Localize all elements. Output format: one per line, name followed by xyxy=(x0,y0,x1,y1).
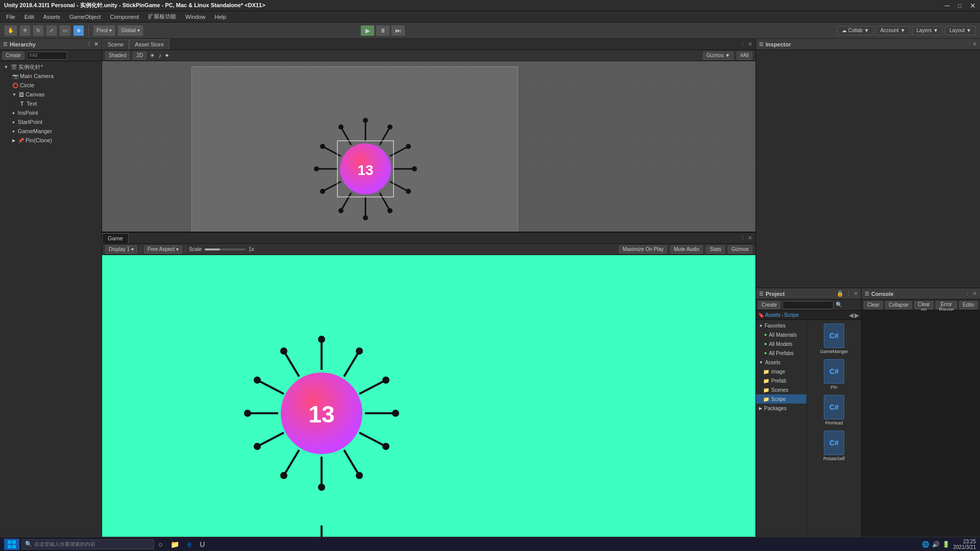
taskbar-unity-btn[interactable]: U xyxy=(195,539,209,550)
project-lock-icon[interactable]: 🔒 xyxy=(837,290,844,297)
breadcrumb-nav-forward[interactable]: ▶ xyxy=(854,312,859,319)
scene-audio-btn[interactable]: ♪ xyxy=(158,52,161,59)
game-content[interactable]: 13 xyxy=(102,255,755,537)
hierarchy-close-icon[interactable]: ✕ xyxy=(94,41,99,47)
hierarchy-main-camera[interactable]: 📷 Main Camera xyxy=(0,71,102,81)
menu-extra[interactable]: 扩展板功能 xyxy=(144,12,180,21)
breadcrumb-scripe[interactable]: Scripe xyxy=(784,312,798,318)
taskbar-search[interactable]: 🔍 在这里输入你要搜索的内容 xyxy=(21,539,154,549)
taskbar-edge-btn[interactable]: e xyxy=(183,539,195,550)
play-btn[interactable]: ▶ xyxy=(360,25,375,36)
menu-component[interactable]: Component xyxy=(106,13,143,21)
menu-file[interactable]: File xyxy=(2,13,19,21)
custom-tool-btn[interactable]: ⊕ xyxy=(73,25,84,36)
pivot-btn[interactable]: Pivot ▾ xyxy=(93,25,115,36)
game-gizmos-btn[interactable]: Gizmos xyxy=(728,245,752,254)
console-collapse-btn[interactable]: Collapse xyxy=(885,301,912,309)
tray-volume-icon[interactable]: 🔊 xyxy=(932,540,940,548)
project-close-icon[interactable]: ✕ xyxy=(853,290,858,297)
menu-gameobject[interactable]: GameObject xyxy=(65,13,105,21)
menu-edit[interactable]: Edit xyxy=(20,13,38,21)
console-clear-on-play-btn[interactable]: Clear on Play xyxy=(914,301,934,309)
shading-mode-btn[interactable]: Shaded xyxy=(105,52,130,60)
pin-asset-item[interactable]: Pin xyxy=(816,358,852,391)
scale-tool-btn[interactable]: ⤢ xyxy=(46,25,57,36)
game-tab[interactable]: Game xyxy=(102,233,129,243)
space-btn[interactable]: Global ▾ xyxy=(117,25,143,36)
inspector-settings-icon[interactable]: ⋮ xyxy=(967,41,972,47)
console-editor-btn[interactable]: Edito xyxy=(959,301,978,309)
hierarchy-scene-root[interactable]: ▼ 🎬 实例化针* xyxy=(0,62,102,71)
project-search[interactable] xyxy=(782,301,834,309)
2d-mode-btn[interactable]: 2D xyxy=(133,52,146,60)
start-btn[interactable] xyxy=(4,539,19,550)
maximize-btn[interactable]: □ xyxy=(958,2,962,9)
rotate-tool-btn[interactable]: ↻ xyxy=(33,25,44,36)
taskbar-cortana-btn[interactable]: ○ xyxy=(154,539,166,550)
minimize-btn[interactable]: ─ xyxy=(945,2,950,10)
breadcrumb-assets[interactable]: Assets xyxy=(765,312,780,318)
hierarchy-pin-clone[interactable]: ▶ 📌 Pin(Clone) xyxy=(0,136,102,145)
maximize-on-play-btn[interactable]: Maximize On Play xyxy=(619,245,668,254)
scene-content[interactable]: 13 ☁ xyxy=(102,61,755,232)
collab-btn[interactable]: ☁ Collab ▼ xyxy=(837,26,874,35)
project-create-btn[interactable]: Create xyxy=(758,301,780,309)
hierarchy-settings-icon[interactable]: ⋮ xyxy=(86,41,92,47)
scene-panel-settings[interactable]: ⋮ xyxy=(740,41,746,47)
hierarchy-canvas[interactable]: ▼ 🖼 Canvas xyxy=(0,90,102,99)
scene-panel-close[interactable]: ✕ xyxy=(748,41,752,47)
tray-network-icon[interactable]: 🌐 xyxy=(922,540,930,548)
gamemanger-asset-item[interactable]: GameManger xyxy=(816,322,852,356)
pause-btn[interactable]: ⏸ xyxy=(376,25,390,36)
inspector-close-icon[interactable]: ✕ xyxy=(972,41,977,47)
hierarchy-circle[interactable]: ⭕ Circle xyxy=(0,81,102,90)
hierarchy-inspoint[interactable]: ● InsPoint xyxy=(0,108,102,117)
image-tree-folder[interactable]: 📁 image xyxy=(756,367,806,376)
hierarchy-text[interactable]: T Text xyxy=(0,99,102,108)
breadcrumb-nav-back[interactable]: ◀ xyxy=(849,312,853,319)
all-prefabs-item[interactable]: ● All Prefabs xyxy=(756,348,806,358)
all-models-item[interactable]: ● All Models xyxy=(756,339,806,348)
hierarchy-search[interactable] xyxy=(27,52,67,60)
game-panel-settings[interactable]: ⋮ xyxy=(740,235,746,241)
step-btn[interactable]: ⏭ xyxy=(391,25,405,36)
scene-light-btn[interactable]: ☀ xyxy=(150,52,155,59)
rect-tool-btn[interactable]: ▭ xyxy=(59,25,71,36)
scale-slider[interactable] xyxy=(205,248,246,251)
display-btn[interactable]: Display 1 ▾ xyxy=(105,245,137,254)
favorites-tree-item[interactable]: ★ Favorites xyxy=(756,321,806,330)
prefab-tree-folder[interactable]: 📁 Prefab xyxy=(756,376,806,385)
layers-btn[interactable]: Layers ▼ xyxy=(912,26,943,35)
gizmos-btn[interactable]: Gizmos ▼ xyxy=(703,52,734,60)
hierarchy-gamemanger[interactable]: ● GameManger xyxy=(0,127,102,136)
project-settings-icon[interactable]: ⋮ xyxy=(846,290,851,297)
scene-tab[interactable]: Scene xyxy=(102,39,129,49)
taskbar-explorer-btn[interactable]: 📁 xyxy=(166,539,183,550)
hierarchy-create-btn[interactable]: Create xyxy=(2,52,24,60)
all-materials-item[interactable]: ● All Materials xyxy=(756,330,806,339)
aspect-btn[interactable]: Free Aspect ▾ xyxy=(144,245,182,254)
menu-help[interactable]: Help xyxy=(210,13,230,21)
scripe-tree-folder[interactable]: 📁 Scripe xyxy=(756,394,806,404)
scenes-tree-folder[interactable]: 📁 Scenes xyxy=(756,385,806,394)
layout-btn[interactable]: Layout ▼ xyxy=(945,26,976,35)
console-settings-icon[interactable]: ⋮ xyxy=(965,290,970,297)
assets-tree-folder[interactable]: ▼ Assets xyxy=(756,358,806,367)
account-btn[interactable]: Account ▼ xyxy=(876,26,910,35)
console-close-icon[interactable]: ✕ xyxy=(972,290,977,297)
scene-fx-btn[interactable]: ✦ xyxy=(164,52,169,59)
tray-battery-icon[interactable]: 🔋 xyxy=(942,540,950,548)
scene-all-btn[interactable]: #All xyxy=(737,52,752,60)
menu-assets[interactable]: Assets xyxy=(39,13,64,21)
hierarchy-startpoint[interactable]: ● StartPoint xyxy=(0,117,102,127)
game-panel-close[interactable]: ✕ xyxy=(748,235,752,241)
rotateself-asset-item[interactable]: RotateSelf xyxy=(816,429,852,463)
pinhead-asset-item[interactable]: PinHead xyxy=(816,393,852,427)
packages-tree-folder[interactable]: ▶ Packages xyxy=(756,404,806,413)
close-btn[interactable]: ✕ xyxy=(970,2,976,10)
console-error-pause-btn[interactable]: Error Pause xyxy=(936,301,957,309)
hand-tool-btn[interactable]: ✋ xyxy=(4,25,17,36)
move-tool-btn[interactable]: ✛ xyxy=(19,25,31,36)
console-clear-btn[interactable]: Clear xyxy=(864,301,883,309)
mute-audio-btn[interactable]: Mute Audio xyxy=(670,245,703,254)
